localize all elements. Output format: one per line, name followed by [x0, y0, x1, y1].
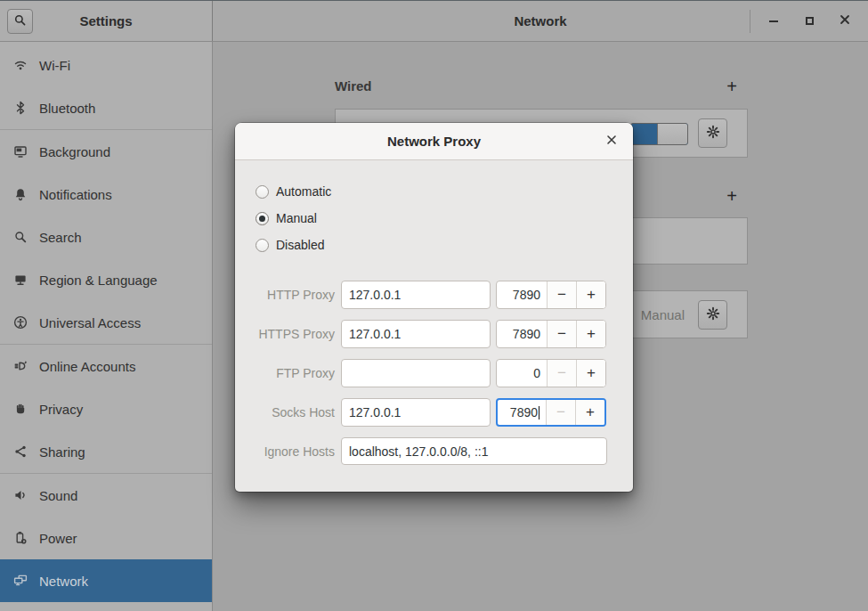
gear-icon [706, 125, 720, 142]
http-proxy-input[interactable] [341, 281, 491, 309]
sidebar-item-label: Online Accounts [39, 359, 135, 374]
sidebar-item-notifications[interactable]: Notifications [0, 173, 212, 216]
maximize-button[interactable] [791, 1, 827, 41]
sidebar-item-label: Region & Language [39, 273, 158, 288]
network-proxy-dialog: Network Proxy AutomaticManualDisabled HT… [235, 123, 633, 492]
add-wired-connection-button[interactable]: + [720, 75, 743, 98]
spin-plus-button[interactable]: + [576, 321, 605, 347]
radio-label: Manual [276, 211, 317, 225]
socks-host-input[interactable] [341, 398, 491, 427]
port-text: 7890 [513, 327, 540, 341]
privacy-icon [13, 402, 28, 416]
sidebar-item-label: Universal Access [39, 315, 141, 330]
proxy-settings-button[interactable] [698, 300, 727, 330]
sidebar-item-search[interactable]: Search [0, 216, 212, 258]
sidebar-item-label: Background [39, 144, 110, 159]
text-caret [539, 406, 539, 420]
radio-button-icon[interactable] [256, 212, 269, 225]
background-icon [13, 144, 28, 159]
gear-icon [706, 306, 720, 323]
field-label: FTP Proxy [235, 359, 335, 387]
ftp-proxy-port-spinner[interactable]: 0−+ [496, 359, 606, 387]
ignore-hosts-input[interactable] [341, 437, 607, 465]
sidebar-item-label: Notifications [39, 187, 112, 202]
search-icon [13, 13, 27, 29]
port-value[interactable]: 7890 [498, 400, 546, 425]
proxy-field-row-socks-host: Socks Host7890−+ [235, 398, 633, 427]
add-vpn-button[interactable]: + [720, 184, 743, 208]
sidebar-item-wi-fi[interactable]: Wi-Fi [0, 44, 212, 86]
sidebar-item-background[interactable]: Background [0, 130, 212, 173]
wired-toggle[interactable] [630, 123, 688, 145]
sidebar-item-label: Wi-Fi [39, 58, 70, 73]
dialog-header: Network Proxy [235, 123, 633, 160]
proxy-mode-automatic[interactable]: Automatic [256, 178, 331, 205]
port-value[interactable]: 7890 [497, 281, 547, 308]
proxy-fields: HTTP Proxy7890−+HTTPS Proxy7890−+FTP Pro… [235, 281, 633, 477]
power-icon [13, 531, 28, 545]
field-label: HTTP Proxy [235, 281, 335, 309]
sidebar-item-universal-access[interactable]: Universal Access [0, 301, 212, 344]
sidebar-item-label: Privacy [39, 402, 83, 417]
app-title: Settings [79, 13, 132, 29]
sidebar-header: Settings [0, 1, 213, 41]
field-label: Socks Host [235, 398, 335, 427]
minimize-button[interactable] [756, 1, 791, 41]
spin-minus-button[interactable]: − [547, 321, 576, 347]
settings-window: Settings Network Wi-FiBluetoothBackgroun… [0, 0, 868, 611]
sharing-icon [13, 444, 28, 459]
https-proxy-input[interactable] [341, 320, 491, 348]
titlebar-separator [750, 10, 750, 33]
http-proxy-port-spinner[interactable]: 7890−+ [496, 281, 606, 309]
sidebar-item-network[interactable]: Network [0, 559, 212, 602]
spin-minus-button[interactable]: − [547, 281, 576, 308]
main-header: Network [213, 1, 868, 41]
sidebar-item-region-language[interactable]: Region & Language [0, 258, 212, 301]
sound-icon [13, 488, 28, 502]
spin-plus-button[interactable]: + [576, 281, 605, 308]
radio-dot [259, 216, 265, 222]
radio-button-icon[interactable] [256, 185, 269, 199]
close-button[interactable] [827, 1, 863, 41]
dialog-title: Network Proxy [387, 134, 481, 149]
https-proxy-port-spinner[interactable]: 7890−+ [496, 320, 606, 348]
sidebar-item-online-accounts[interactable]: Online Accounts [0, 345, 212, 387]
sidebar-item-bluetooth[interactable]: Bluetooth [0, 86, 212, 129]
maximize-icon [806, 17, 814, 25]
spin-plus-button[interactable]: + [576, 360, 605, 387]
sidebar-item-sharing[interactable]: Sharing [0, 430, 212, 473]
sidebar-item-label: Network [39, 574, 88, 589]
sidebar-item-power[interactable]: Power [0, 517, 212, 559]
minimize-icon [769, 20, 778, 22]
port-value[interactable]: 7890 [497, 321, 547, 347]
spin-minus-button[interactable]: − [546, 400, 575, 425]
dialog-close-button[interactable] [600, 130, 623, 153]
radio-button-icon[interactable] [256, 239, 269, 252]
port-value[interactable]: 0 [497, 360, 547, 387]
close-icon [606, 134, 617, 148]
sidebar-item-label: Search [39, 230, 82, 245]
region-language-icon [13, 273, 28, 287]
field-label: HTTPS Proxy [235, 320, 335, 348]
window-controls [750, 1, 863, 41]
network-icon [13, 574, 28, 588]
search-button[interactable] [7, 9, 33, 34]
sidebar-item-label: Power [39, 531, 77, 546]
titlebar: Settings Network [0, 0, 868, 42]
proxy-status-value: Manual [641, 291, 685, 338]
sidebar-item-label: Sharing [39, 444, 85, 460]
universal-access-icon [13, 315, 28, 330]
proxy-mode-manual[interactable]: Manual [256, 205, 331, 232]
sidebar-item-privacy[interactable]: Privacy [0, 387, 212, 430]
ftp-proxy-input[interactable] [341, 359, 491, 387]
ignore-hosts-row: Ignore Hosts [235, 437, 633, 466]
sidebar-item-label: Sound [39, 488, 77, 503]
wired-settings-button[interactable] [698, 118, 727, 148]
socks-host-port-spinner[interactable]: 7890−+ [496, 398, 606, 427]
wifi-icon [13, 58, 28, 72]
spin-plus-button[interactable]: + [575, 400, 604, 425]
proxy-mode-disabled[interactable]: Disabled [256, 232, 331, 258]
proxy-mode-group: AutomaticManualDisabled [256, 178, 331, 258]
spin-minus-button[interactable]: − [547, 360, 576, 387]
sidebar-item-sound[interactable]: Sound [0, 474, 212, 517]
